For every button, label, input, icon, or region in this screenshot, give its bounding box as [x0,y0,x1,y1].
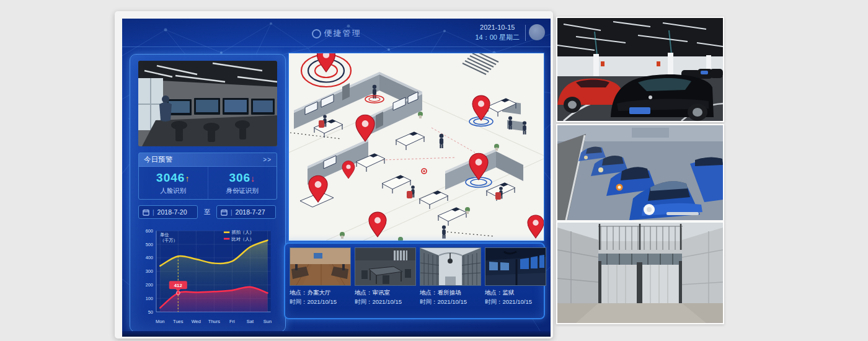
camera-time: 时间：2021/10/15 [290,298,351,307]
svg-text:Mon: Mon [156,319,165,324]
alert-title: 今日预警 [144,155,172,164]
camera-thumb-hall[interactable] [290,247,351,286]
stat-value: 3046 [156,171,185,184]
svg-text:Sun: Sun [264,319,272,324]
screen-bottom-bezel [122,331,551,337]
camera-cell-prison: 地点：监狱 时间：2021/10/15 [485,247,546,306]
stat-id-verification: 306↓ 身份证识别 [208,167,277,199]
start-date-value: 2018-7-20 [157,208,187,216]
camera-cell-yard: 地点：看所操场 时间：2021/10/15 [420,247,481,306]
stat-label: 人脸识别 [160,187,186,195]
camera-thumb-prison[interactable] [485,247,546,286]
svg-text:100: 100 [146,296,153,301]
app-title-text: 便捷管理 [324,28,361,39]
camera-time: 时间：2021/10/15 [485,298,546,307]
date-range-separator: 至 [204,208,211,216]
calendar-icon [221,209,228,216]
camera-cell-interrogation: 地点：审讯室 时间：2021/10/15 [355,247,416,306]
camera-time: 时间：2021/10/15 [355,298,416,307]
alert-more-button[interactable]: >> [263,156,272,163]
header-time: 14：00 星期二 [475,32,520,42]
top-header: 便捷管理 2021-10-15 14：00 星期二 [122,19,551,47]
svg-text:300: 300 [146,268,153,274]
svg-text:400: 400 [146,255,153,260]
left-panel: 今日预警 >> 3046↑ 人脸识别 306↓ 身份证识别 [130,54,286,332]
photo-warehouse-gate [556,221,724,324]
weekly-chart-svg: 60050040030020010050MonTuesWedThursFriSa… [134,226,281,329]
svg-text:600: 600 [146,228,153,234]
svg-text:Tues: Tues [173,319,184,324]
camera-thumb-interrogation[interactable] [355,247,416,286]
svg-text:Wed: Wed [192,319,201,324]
divider: | [153,209,154,216]
camera-cell-hall: 地点：办案大厅 时间：2021/10/15 [290,247,351,306]
camera-location: 地点：审讯室 [355,288,416,298]
photo-blue-car-row [556,124,724,221]
photo-parking-garage [556,17,724,122]
svg-text:抓拍（人）: 抓拍（人） [231,229,254,235]
down-arrow-icon: ↓ [250,174,255,184]
app-logo-icon [312,29,321,38]
svg-text:200: 200 [146,282,153,288]
up-arrow-icon: ↑ [185,174,190,184]
date-range-row: | 2018-7-20 至 | 2018-7-27 [138,205,276,219]
end-date-picker[interactable]: | 2018-7-27 [216,205,276,219]
stat-value: 306 [229,171,250,184]
today-alert-card: 今日预警 >> 3046↑ 人脸识别 306↓ 身份证识别 [138,153,277,200]
svg-text:（千万）: （千万） [160,238,177,243]
start-date-picker[interactable]: | 2018-7-20 [138,205,198,219]
stat-label: 身份证识别 [226,187,259,195]
end-date-value: 2018-7-27 [236,208,265,216]
camera-location: 地点：监狱 [485,288,546,298]
control-room-video-feed [138,61,277,146]
camera-location: 地点：办案大厅 [290,288,351,298]
svg-text:Thurs: Thurs [208,319,220,324]
camera-strip: 地点：办案大厅 时间：2021/10/15 [284,242,545,319]
avatar[interactable] [529,24,545,40]
camera-time: 时间：2021/10/15 [420,298,481,307]
office-floor-map[interactable] [288,53,544,241]
svg-text:Fri: Fri [229,319,235,324]
svg-text:比对（人）: 比对（人） [231,236,254,242]
camera-thumb-yard[interactable] [420,247,481,286]
calendar-icon [143,209,149,216]
app-title: 便捷管理 [312,28,361,39]
svg-text:Sat: Sat [247,319,254,324]
svg-text:412: 412 [174,283,183,288]
header-datetime: 2021-10-15 14：00 星期二 [475,22,520,42]
weekly-capture-chart: 60050040030020010050MonTuesWedThursFriSa… [134,226,281,329]
svg-text:单位: 单位 [160,232,169,237]
svg-text:500: 500 [146,242,153,247]
divider: | [231,209,232,216]
camera-location: 地点：看所操场 [420,288,481,298]
stat-face-recognition: 3046↑ 人脸识别 [139,167,208,199]
svg-text:50: 50 [148,309,153,315]
dashboard-screen: 便捷管理 2021-10-15 14：00 星期二 [122,19,551,337]
header-date: 2021-10-15 [475,22,520,32]
header-divider [525,25,526,41]
page: 便捷管理 2021-10-15 14：00 星期二 [0,0,868,341]
